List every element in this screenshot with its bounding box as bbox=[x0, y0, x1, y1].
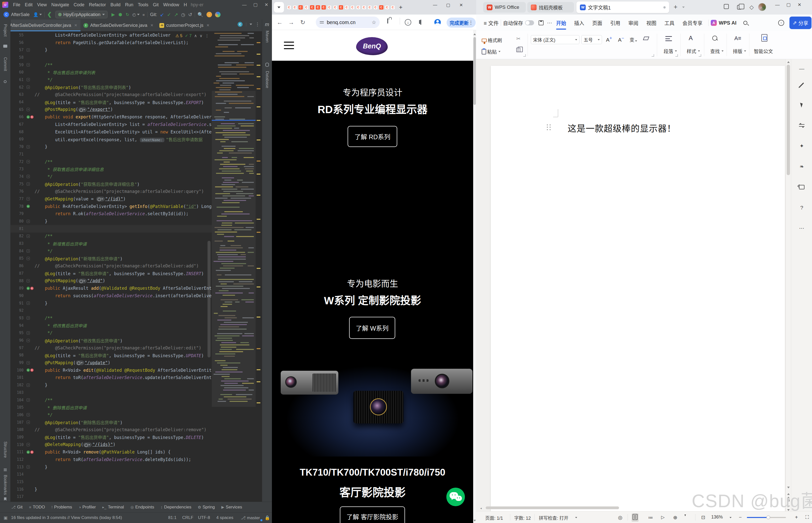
browser-tab-8[interactable]: C bbox=[333, 4, 338, 11]
fold-icon[interactable]: − bbox=[26, 182, 30, 186]
styles-button[interactable]: 样式 bbox=[687, 48, 700, 54]
side-panel-icon[interactable] bbox=[420, 20, 421, 24]
wps-menu-审阅[interactable]: 审阅 bbox=[624, 19, 642, 26]
benq-logo[interactable]: BenQ bbox=[356, 37, 388, 55]
skin-theme-icon[interactable] bbox=[798, 184, 805, 191]
git-update-icon[interactable]: ↙ bbox=[160, 12, 164, 18]
error-stripe-mark[interactable] bbox=[257, 369, 260, 370]
browser-tab-5[interactable]: C bbox=[315, 4, 321, 11]
menu-item-h[interactable]: H bbox=[182, 0, 189, 10]
app-switch-icon[interactable] bbox=[723, 4, 730, 11]
caret-position[interactable]: 81:1 bbox=[168, 515, 176, 520]
code-minimap[interactable] bbox=[212, 31, 256, 502]
zoom-value[interactable]: 136% bbox=[711, 515, 723, 520]
document-vertical-scrollbar[interactable] bbox=[786, 59, 791, 511]
toolwindow-database[interactable]: Database bbox=[262, 71, 272, 88]
run-endpoint-icon[interactable]: ▸ bbox=[26, 451, 30, 454]
mapping-icon[interactable]: m bbox=[30, 451, 34, 454]
toolwindow-commit[interactable]: Commit bbox=[0, 57, 10, 71]
browser-tab-10[interactable]: C bbox=[344, 4, 350, 11]
help-icon[interactable]: ? bbox=[798, 204, 805, 211]
menu-item-build[interactable]: Build bbox=[108, 0, 123, 10]
learn-w-series-button[interactable]: 了解 W系列 bbox=[349, 317, 395, 339]
zoom-in-icon[interactable]: + bbox=[795, 515, 798, 520]
editor-tab-AfterSaleDeliverService.java[interactable]: IAfterSaleDeliverService.java✕ bbox=[80, 20, 157, 31]
browser-tab-11[interactable]: C bbox=[350, 4, 355, 11]
coverage-icon[interactable]: ↻ bbox=[126, 12, 129, 17]
tab-options-kebab-icon[interactable]: ⋮ bbox=[255, 22, 260, 27]
page-scrollbar[interactable] bbox=[473, 30, 476, 523]
error-stripe-mark[interactable] bbox=[257, 381, 260, 382]
run-endpoint-icon[interactable]: ▸ bbox=[26, 368, 30, 372]
scroll-left-icon[interactable]: ◂ bbox=[480, 506, 482, 510]
debug-icon[interactable]: ⬢ bbox=[118, 12, 122, 17]
clear-format-icon[interactable] bbox=[643, 37, 649, 40]
browser-tab-3[interactable]: C bbox=[304, 4, 309, 11]
search-icon[interactable]: 🔍 bbox=[197, 12, 204, 18]
browser-tab-2[interactable]: C bbox=[298, 4, 303, 11]
toolwindow-project[interactable]: Project bbox=[0, 24, 10, 37]
outline-view-icon[interactable]: ≔ bbox=[648, 515, 653, 521]
browser-tab-17[interactable]: C bbox=[384, 4, 390, 11]
scroll-up-icon[interactable] bbox=[473, 32, 476, 36]
hamburger-menu-icon[interactable] bbox=[284, 42, 294, 49]
maximize-icon[interactable]: ▢ bbox=[783, 2, 794, 7]
select-cursor-icon[interactable] bbox=[798, 101, 805, 108]
search-icon[interactable] bbox=[743, 21, 747, 25]
properties-sliders-icon[interactable] bbox=[798, 122, 805, 129]
downloads-icon[interactable]: ↓ bbox=[405, 19, 411, 25]
wps-menu-引用[interactable]: 引用 bbox=[606, 19, 624, 26]
menu-item-tools[interactable]: Tools bbox=[136, 0, 151, 10]
file-encoding[interactable]: UTF-8 bbox=[198, 515, 210, 520]
smart-doc-button[interactable]: 智能公文 bbox=[754, 48, 773, 54]
fold-end-icon[interactable]: ˄ bbox=[26, 383, 30, 387]
minimize-icon[interactable]: — bbox=[429, 2, 441, 7]
browser-tab-1[interactable]: C bbox=[292, 4, 298, 11]
close-icon[interactable]: ✕ bbox=[794, 2, 805, 7]
editor-vertical-scrollbar[interactable] bbox=[208, 241, 210, 358]
wps-menu-会员专享[interactable]: 会员专享 bbox=[678, 19, 706, 26]
paragraph-dialog-launcher[interactable] bbox=[675, 54, 678, 57]
tab-search-button[interactable] bbox=[274, 2, 284, 13]
document-tab[interactable]: W 文字文稿1 bbox=[577, 1, 669, 13]
error-stripe[interactable] bbox=[256, 31, 262, 502]
menu-item-navigate[interactable]: Navigate bbox=[49, 0, 71, 10]
error-stripe-mark[interactable] bbox=[257, 161, 260, 162]
mapping-url-icon[interactable] bbox=[76, 360, 84, 365]
extensions-icon[interactable] bbox=[387, 19, 388, 23]
bookmark-star-icon[interactable]: ☆ bbox=[372, 19, 376, 25]
close-icon[interactable]: ✕ bbox=[261, 2, 272, 7]
toolwindow-services[interactable]: ▶Services bbox=[221, 505, 242, 510]
menu-item-run[interactable]: Run bbox=[123, 0, 136, 10]
toolwindow-profiler[interactable]: ◑Profiler bbox=[79, 505, 96, 510]
error-stripe-mark[interactable] bbox=[257, 195, 260, 196]
fold-icon[interactable]: − bbox=[26, 108, 30, 111]
prev-problem-icon[interactable]: ∧ bbox=[194, 33, 197, 38]
line-ending[interactable]: CRLF bbox=[182, 515, 193, 520]
browser-tab-16[interactable]: C bbox=[379, 4, 384, 11]
multi-window-icon[interactable] bbox=[736, 4, 742, 11]
premium-gem-icon[interactable]: ◇ bbox=[748, 4, 755, 11]
error-stripe-mark[interactable] bbox=[257, 42, 260, 43]
user-avatar[interactable] bbox=[758, 3, 766, 11]
search-everywhere-icon[interactable] bbox=[215, 12, 221, 17]
back-icon[interactable]: ← bbox=[274, 19, 285, 26]
wps-ai-label[interactable]: WPS AI bbox=[719, 20, 736, 26]
font-size-select[interactable]: 五号 bbox=[582, 35, 602, 44]
menu-item-git[interactable]: Git bbox=[151, 0, 161, 10]
browser-tab-18[interactable]: C bbox=[390, 4, 395, 11]
scroll-up-icon[interactable] bbox=[787, 60, 790, 64]
new-tab-button[interactable]: + bbox=[399, 4, 402, 11]
zoom-slider[interactable] bbox=[747, 517, 786, 518]
fold-end-icon[interactable]: ˄ bbox=[26, 145, 30, 148]
menu-item-code[interactable]: Code bbox=[71, 0, 87, 10]
clipboard-dialog-launcher[interactable] bbox=[523, 54, 526, 57]
new-document-button[interactable]: + bbox=[674, 3, 677, 11]
update-available-icon[interactable]: ↑ bbox=[207, 12, 212, 17]
error-stripe-mark[interactable] bbox=[257, 140, 260, 141]
maximize-icon[interactable]: ▢ bbox=[250, 2, 261, 7]
fold-end-icon[interactable]: ˄ bbox=[26, 302, 30, 305]
mapping-url-icon[interactable] bbox=[96, 197, 105, 201]
error-stripe-mark[interactable] bbox=[257, 120, 260, 121]
fullscreen-icon[interactable]: ⛶ bbox=[806, 515, 809, 520]
